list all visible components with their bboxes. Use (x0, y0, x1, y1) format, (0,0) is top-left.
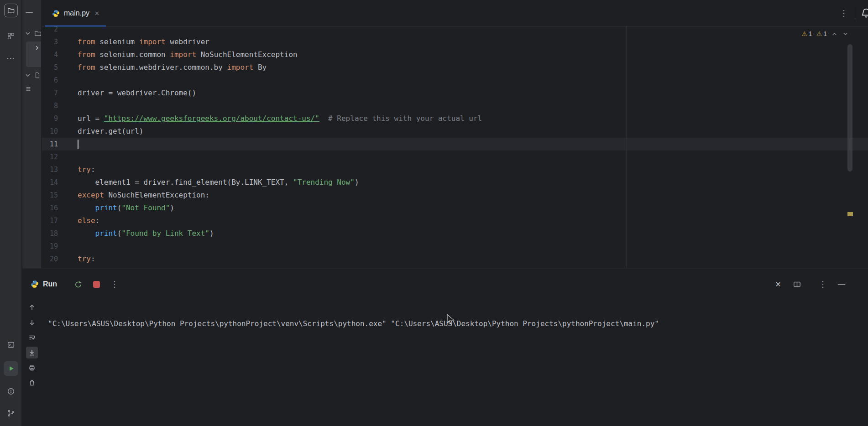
code-line-13[interactable]: 13try: (42, 163, 868, 176)
code-text (58, 240, 868, 253)
line-number: 5 (42, 61, 58, 74)
version-control-tool-button[interactable] (4, 406, 18, 421)
line-number: 4 (42, 48, 58, 61)
project-tool-button[interactable] (4, 4, 18, 17)
clear-all-trash-icon[interactable] (26, 377, 38, 389)
run-panel-window-actions: ✕ ⋮ — (773, 279, 847, 290)
code-line-10[interactable]: 10driver.get(url) (42, 125, 868, 138)
code-text: driver = webdriver.Chrome() (58, 87, 868, 99)
line-number: 6 (42, 74, 58, 87)
code-line-8[interactable]: 8 (42, 99, 868, 112)
line-number: 13 (42, 163, 58, 176)
code-text: from selenium import webdriver (58, 36, 868, 48)
warning-badge[interactable]: ⚠ 1 (801, 30, 812, 37)
inspections-widget[interactable]: ⚠ 1 ⚠ 1 (801, 30, 849, 37)
code-line-2[interactable]: 2 (42, 26, 868, 36)
code-line-4[interactable]: 4from selenium.common import NoSuchEleme… (42, 48, 868, 61)
play-icon (7, 365, 15, 372)
python-logo-icon (31, 280, 39, 288)
tab-label: main.py (64, 9, 89, 17)
more-tool-windows-button[interactable]: ⋯ (4, 51, 18, 65)
more-horizontal-icon: ⋯ (6, 53, 16, 63)
code-line-19[interactable]: 19 (42, 240, 868, 253)
code-line-7[interactable]: 7driver = webdriver.Chrome() (42, 87, 868, 99)
code-text: try: (58, 253, 868, 265)
code-line-6[interactable]: 6 (42, 74, 868, 87)
code-editor[interactable]: 23from selenium import webdriver4from se… (42, 26, 868, 268)
code-line-3[interactable]: 3from selenium import webdriver (42, 36, 868, 48)
editor-options-kebab-icon[interactable]: ⋮ (838, 8, 849, 18)
run-options-kebab-icon[interactable]: ⋮ (109, 279, 120, 290)
code-line-11[interactable]: 11 (42, 138, 868, 151)
next-problem-chevron-icon[interactable] (842, 31, 849, 37)
code-text (58, 26, 868, 36)
tree-selected-row[interactable] (26, 42, 42, 67)
code-text: url = "https://www.geeksforgeeks.org/abo… (58, 112, 868, 125)
code-text (58, 99, 868, 112)
structure-tool-button[interactable] (4, 29, 18, 43)
tree-item-file[interactable] (22, 83, 42, 95)
tree-item-root[interactable] (22, 27, 42, 39)
split-panel-icon[interactable] (791, 279, 802, 290)
problems-tool-button[interactable] (4, 384, 18, 399)
folder-icon (34, 30, 42, 37)
close-tab-icon[interactable]: ✕ (94, 10, 99, 17)
code-line-18[interactable]: 18 print("Found by Link Text") (42, 227, 868, 240)
code-line-20[interactable]: 20try: (42, 253, 868, 265)
weak-warning-badge[interactable]: ⚠ 1 (816, 30, 827, 37)
run-console: "C:\Users\ASUS\Desktop\Python Projects\p… (22, 293, 868, 426)
run-tool-button[interactable] (4, 361, 18, 376)
line-number: 2 (42, 26, 58, 36)
run-panel-title: Run (43, 280, 57, 288)
terminal-tool-button[interactable] (4, 338, 18, 352)
chevron-right-icon (33, 44, 41, 52)
code-line-16[interactable]: 16 print("Not Found") (42, 202, 868, 214)
chevron-down-icon (24, 72, 31, 79)
up-stack-trace-icon[interactable] (26, 301, 38, 313)
stop-icon (93, 281, 100, 288)
line-number: 12 (42, 151, 58, 163)
hide-project-panel-button[interactable]: — (24, 6, 34, 16)
code-text: print("Found by Link Text") (58, 227, 868, 240)
tab-main-py[interactable]: main.py ✕ (45, 0, 106, 26)
rerun-button[interactable] (73, 279, 84, 290)
weak-warning-count: 1 (823, 30, 827, 37)
soft-wrap-icon[interactable] (26, 332, 38, 343)
structure-icon (7, 32, 15, 40)
warning-stripe-mark[interactable] (847, 212, 853, 216)
close-panel-icon[interactable]: ✕ (773, 279, 784, 290)
separator (855, 7, 855, 19)
code-text: except NoSuchElementException: (58, 189, 868, 202)
line-number: 19 (42, 240, 58, 253)
tab-bar-actions: ⋮ (838, 0, 868, 26)
stop-button[interactable] (91, 279, 102, 290)
code-line-12[interactable]: 12 (42, 151, 868, 163)
scroll-to-end-icon[interactable] (26, 347, 38, 358)
minimize-panel-icon[interactable]: — (836, 279, 847, 290)
line-number: 16 (42, 202, 58, 214)
text-caret (78, 140, 78, 149)
code-line-5[interactable]: 5from selenium.webdriver.common.by impor… (42, 61, 868, 74)
code-line-14[interactable]: 14 element1 = driver.find_element(By.LIN… (42, 176, 868, 189)
editor-scrollbar-thumb[interactable] (847, 44, 852, 171)
code-line-15[interactable]: 15except NoSuchElementException: (42, 189, 868, 202)
down-stack-trace-icon[interactable] (26, 317, 38, 328)
python-logo-icon (52, 10, 60, 17)
code-text: print("Not Found") (58, 202, 868, 214)
code-text: from selenium.webdriver.common.by import… (58, 61, 868, 74)
previous-problem-chevron-icon[interactable] (831, 31, 838, 37)
git-branch-icon (7, 410, 15, 417)
code-text (58, 74, 868, 87)
notifications-bell-icon[interactable] (861, 8, 868, 19)
code-line-17[interactable]: 17else: (42, 214, 868, 227)
line-number: 11 (42, 138, 58, 151)
line-number: 14 (42, 176, 58, 189)
code-line-9[interactable]: 9url = "https://www.geeksforgeeks.org/ab… (42, 112, 868, 125)
print-icon[interactable] (26, 362, 38, 374)
tree-item-folder[interactable] (22, 69, 42, 81)
run-panel-header: Run ⋮ ✕ (22, 269, 868, 293)
panel-options-kebab-icon[interactable]: ⋮ (817, 279, 828, 290)
line-number: 9 (42, 112, 58, 125)
warning-icon: ⚠ (801, 30, 807, 37)
code-text: element1 = driver.find_element(By.LINK_T… (58, 176, 868, 189)
